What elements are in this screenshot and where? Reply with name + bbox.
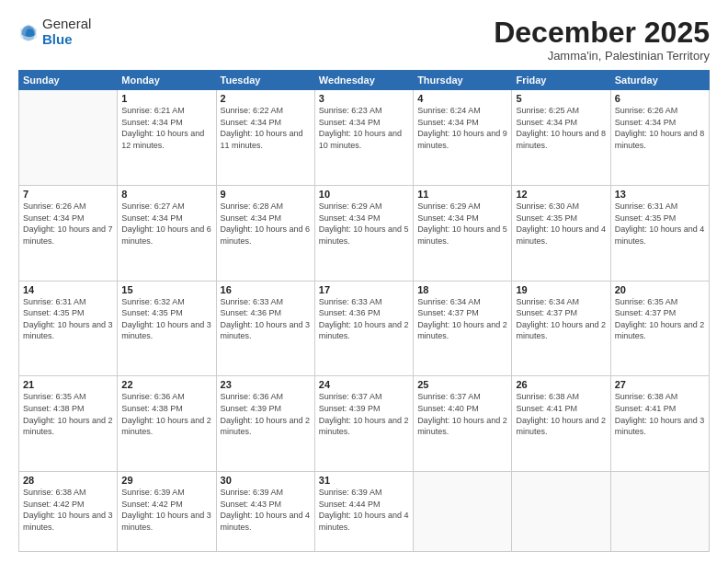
day-number: 27 [615, 379, 705, 390]
weekday-header: Friday [512, 71, 610, 90]
calendar-week-row: 28Sunrise: 6:38 AM Sunset: 4:42 PM Dayli… [19, 472, 710, 552]
day-info: Sunrise: 6:34 AM Sunset: 4:37 PM Dayligh… [417, 296, 507, 342]
calendar-cell: 11Sunrise: 6:29 AM Sunset: 4:34 PM Dayli… [414, 185, 512, 281]
calendar-week-row: 1Sunrise: 6:21 AM Sunset: 4:34 PM Daylig… [19, 90, 710, 186]
calendar-cell: 29Sunrise: 6:39 AM Sunset: 4:42 PM Dayli… [118, 472, 216, 552]
day-number: 1 [121, 93, 211, 104]
day-info: Sunrise: 6:29 AM Sunset: 4:34 PM Dayligh… [319, 201, 409, 247]
calendar-cell: 17Sunrise: 6:33 AM Sunset: 4:36 PM Dayli… [314, 281, 413, 376]
weekday-header: Sunday [19, 71, 118, 90]
weekday-header-row: SundayMondayTuesdayWednesdayThursdayFrid… [19, 71, 710, 90]
day-number: 28 [23, 475, 113, 486]
day-info: Sunrise: 6:38 AM Sunset: 4:41 PM Dayligh… [516, 391, 606, 437]
day-info: Sunrise: 6:32 AM Sunset: 4:35 PM Dayligh… [121, 296, 211, 342]
logo: General Blue [18, 17, 91, 47]
logo-general: General [42, 17, 91, 32]
day-info: Sunrise: 6:37 AM Sunset: 4:39 PM Dayligh… [319, 391, 409, 437]
day-number: 15 [121, 284, 211, 295]
calendar-cell: 7Sunrise: 6:26 AM Sunset: 4:34 PM Daylig… [19, 185, 118, 281]
calendar-cell: 6Sunrise: 6:26 AM Sunset: 4:34 PM Daylig… [610, 90, 709, 186]
logo-blue: Blue [42, 32, 91, 48]
weekday-header: Saturday [610, 71, 709, 90]
day-number: 17 [319, 284, 409, 295]
day-info: Sunrise: 6:21 AM Sunset: 4:34 PM Dayligh… [121, 105, 211, 151]
day-info: Sunrise: 6:31 AM Sunset: 4:35 PM Dayligh… [615, 201, 705, 247]
day-number: 4 [417, 93, 507, 104]
logo-icon [18, 22, 39, 42]
day-info: Sunrise: 6:39 AM Sunset: 4:43 PM Dayligh… [221, 487, 311, 533]
day-number: 19 [516, 284, 606, 295]
calendar-cell: 23Sunrise: 6:36 AM Sunset: 4:39 PM Dayli… [216, 376, 314, 472]
day-number: 16 [221, 284, 311, 295]
weekday-header: Wednesday [314, 71, 413, 90]
day-info: Sunrise: 6:27 AM Sunset: 4:34 PM Dayligh… [121, 201, 211, 247]
calendar-cell: 10Sunrise: 6:29 AM Sunset: 4:34 PM Dayli… [314, 185, 413, 281]
day-number: 14 [23, 284, 113, 295]
title-month: December 2025 [494, 17, 710, 49]
day-number: 6 [615, 93, 705, 104]
calendar-cell [512, 472, 610, 552]
calendar-cell: 3Sunrise: 6:23 AM Sunset: 4:34 PM Daylig… [314, 90, 413, 186]
title-location: Jamma'in, Palestinian Territory [494, 49, 710, 63]
day-info: Sunrise: 6:22 AM Sunset: 4:34 PM Dayligh… [221, 105, 311, 151]
day-info: Sunrise: 6:26 AM Sunset: 4:34 PM Dayligh… [615, 105, 705, 151]
day-number: 22 [121, 379, 211, 390]
day-number: 10 [319, 189, 409, 200]
weekday-header: Monday [118, 71, 216, 90]
day-number: 23 [221, 379, 311, 390]
day-number: 25 [417, 379, 507, 390]
calendar-cell: 21Sunrise: 6:35 AM Sunset: 4:38 PM Dayli… [19, 376, 118, 472]
day-info: Sunrise: 6:33 AM Sunset: 4:36 PM Dayligh… [319, 296, 409, 342]
day-number: 26 [516, 379, 606, 390]
calendar-cell: 20Sunrise: 6:35 AM Sunset: 4:37 PM Dayli… [610, 281, 709, 376]
calendar-cell: 27Sunrise: 6:38 AM Sunset: 4:41 PM Dayli… [610, 376, 709, 472]
day-info: Sunrise: 6:39 AM Sunset: 4:42 PM Dayligh… [121, 487, 211, 533]
page: General Blue December 2025 Jamma'in, Pal… [0, 0, 728, 563]
weekday-header: Tuesday [216, 71, 314, 90]
calendar-cell [610, 472, 709, 552]
day-number: 8 [121, 189, 211, 200]
calendar-cell: 22Sunrise: 6:36 AM Sunset: 4:38 PM Dayli… [118, 376, 216, 472]
day-number: 11 [417, 189, 507, 200]
calendar-cell: 25Sunrise: 6:37 AM Sunset: 4:40 PM Dayli… [414, 376, 512, 472]
day-info: Sunrise: 6:35 AM Sunset: 4:37 PM Dayligh… [615, 296, 705, 342]
logo-text: General Blue [42, 17, 91, 47]
day-number: 20 [615, 284, 705, 295]
day-number: 13 [615, 189, 705, 200]
day-info: Sunrise: 6:38 AM Sunset: 4:41 PM Dayligh… [615, 391, 705, 437]
calendar-cell: 5Sunrise: 6:25 AM Sunset: 4:34 PM Daylig… [512, 90, 610, 186]
day-info: Sunrise: 6:28 AM Sunset: 4:34 PM Dayligh… [221, 201, 311, 247]
day-number: 29 [121, 475, 211, 486]
weekday-header: Thursday [414, 71, 512, 90]
calendar-cell: 19Sunrise: 6:34 AM Sunset: 4:37 PM Dayli… [512, 281, 610, 376]
day-number: 21 [23, 379, 113, 390]
day-info: Sunrise: 6:25 AM Sunset: 4:34 PM Dayligh… [516, 105, 606, 151]
calendar-cell: 14Sunrise: 6:31 AM Sunset: 4:35 PM Dayli… [19, 281, 118, 376]
day-info: Sunrise: 6:37 AM Sunset: 4:40 PM Dayligh… [417, 391, 507, 437]
calendar-cell: 9Sunrise: 6:28 AM Sunset: 4:34 PM Daylig… [216, 185, 314, 281]
calendar-cell: 16Sunrise: 6:33 AM Sunset: 4:36 PM Dayli… [216, 281, 314, 376]
day-number: 2 [221, 93, 311, 104]
day-info: Sunrise: 6:30 AM Sunset: 4:35 PM Dayligh… [516, 201, 606, 247]
calendar-table: SundayMondayTuesdayWednesdayThursdayFrid… [18, 70, 710, 552]
calendar-cell: 12Sunrise: 6:30 AM Sunset: 4:35 PM Dayli… [512, 185, 610, 281]
day-info: Sunrise: 6:34 AM Sunset: 4:37 PM Dayligh… [516, 296, 606, 342]
day-info: Sunrise: 6:29 AM Sunset: 4:34 PM Dayligh… [417, 201, 507, 247]
calendar-cell: 8Sunrise: 6:27 AM Sunset: 4:34 PM Daylig… [118, 185, 216, 281]
day-info: Sunrise: 6:26 AM Sunset: 4:34 PM Dayligh… [23, 201, 113, 247]
day-number: 18 [417, 284, 507, 295]
day-info: Sunrise: 6:33 AM Sunset: 4:36 PM Dayligh… [221, 296, 311, 342]
day-info: Sunrise: 6:35 AM Sunset: 4:38 PM Dayligh… [23, 391, 113, 437]
day-number: 7 [23, 189, 113, 200]
calendar-cell: 1Sunrise: 6:21 AM Sunset: 4:34 PM Daylig… [118, 90, 216, 186]
calendar-cell [414, 472, 512, 552]
day-number: 30 [221, 475, 311, 486]
calendar-week-row: 7Sunrise: 6:26 AM Sunset: 4:34 PM Daylig… [19, 185, 710, 281]
calendar-cell: 13Sunrise: 6:31 AM Sunset: 4:35 PM Dayli… [610, 185, 709, 281]
calendar-cell: 4Sunrise: 6:24 AM Sunset: 4:34 PM Daylig… [414, 90, 512, 186]
day-number: 12 [516, 189, 606, 200]
calendar-cell: 31Sunrise: 6:39 AM Sunset: 4:44 PM Dayli… [314, 472, 413, 552]
calendar-cell: 28Sunrise: 6:38 AM Sunset: 4:42 PM Dayli… [19, 472, 118, 552]
calendar-cell [19, 90, 118, 186]
day-info: Sunrise: 6:24 AM Sunset: 4:34 PM Dayligh… [417, 105, 507, 151]
